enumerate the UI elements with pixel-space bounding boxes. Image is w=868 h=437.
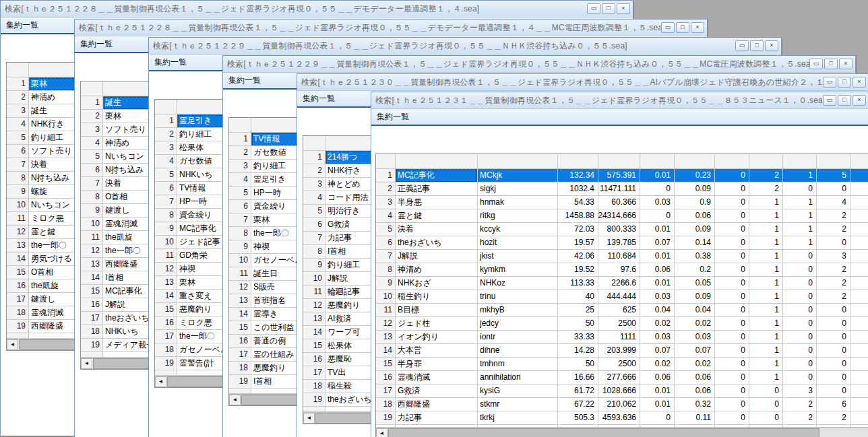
cell-value[interactable]: 0 (640, 209, 675, 223)
row-number[interactable]: 10 (376, 290, 396, 304)
row-number[interactable]: 3 (303, 178, 326, 191)
row-number[interactable]: 3 (155, 141, 177, 155)
cell-value[interactable]: 0 (817, 304, 850, 317)
cell-value[interactable]: 60.366 (598, 196, 640, 209)
row-number[interactable]: 2 (7, 91, 29, 104)
cell-japanese[interactable]: 半身悪 (396, 196, 478, 209)
cell-value[interactable]: 1032.4 (558, 182, 598, 196)
cell-value[interactable]: 0 (817, 331, 850, 344)
cell-value[interactable]: 444.444 (598, 290, 640, 304)
cell-english[interactable]: kysiG (478, 384, 558, 398)
cell-value[interactable]: 0 (715, 384, 749, 398)
cell-value[interactable]: 54.33 (558, 196, 598, 209)
cell-value[interactable]: 0 (783, 371, 817, 384)
row-number[interactable]: 13 (303, 312, 326, 326)
cell-japanese[interactable]: J解説 (396, 250, 478, 263)
row-number[interactable]: 1 (81, 96, 103, 110)
cell-value[interactable]: 1028.666 (598, 384, 640, 398)
cell-value[interactable]: 4 (817, 196, 850, 209)
cell-value[interactable]: 0.01 (640, 384, 675, 398)
row-number[interactable]: 15 (7, 266, 29, 279)
cell-value[interactable]: 110.684 (598, 250, 640, 263)
row-number[interactable]: 4 (229, 173, 251, 187)
row-number[interactable]: 13 (81, 258, 103, 271)
cell-value[interactable]: 1 (749, 223, 783, 236)
scroll-left-button[interactable]: ◄ (229, 395, 241, 405)
cell-japanese[interactable]: MC記事化 (396, 169, 478, 182)
row-number[interactable]: 7 (81, 177, 103, 191)
row-number[interactable]: 16 (376, 371, 396, 384)
row-number[interactable]: 18 (303, 380, 326, 393)
row-number[interactable]: 9 (303, 259, 326, 272)
cell-value[interactable] (850, 196, 868, 209)
row-number[interactable]: 11 (81, 231, 103, 244)
cell-japanese[interactable]: ジェド柱 (396, 317, 478, 331)
row-number[interactable]: 19 (81, 339, 103, 352)
cell-value[interactable]: 1 (783, 169, 817, 182)
scroll-left-button[interactable]: ◄ (7, 339, 18, 350)
row-number[interactable]: 5 (81, 150, 103, 164)
cell-value[interactable]: 72.03 (558, 223, 598, 236)
cell-value[interactable]: 2 (817, 411, 850, 425)
row-number[interactable]: 2 (155, 128, 177, 141)
cell-value[interactable]: 1 (783, 209, 817, 223)
row-number[interactable]: 10 (303, 272, 326, 285)
row-number[interactable]: 1 (303, 151, 326, 164)
row-number[interactable]: 6 (155, 182, 177, 195)
row-number[interactable]: 9 (229, 240, 251, 254)
row-number[interactable]: 12 (376, 317, 396, 331)
cell-value[interactable]: 0.03 (675, 331, 715, 344)
scroll-left-button[interactable]: ◄ (155, 376, 166, 387)
cell-value[interactable]: 113.33 (558, 277, 598, 290)
row-number[interactable]: 16 (7, 279, 29, 293)
maximize-button[interactable]: □ (750, 40, 764, 51)
cell-value[interactable]: 11471.111 (598, 182, 640, 196)
cell-value[interactable]: 50 (558, 317, 598, 331)
row-number[interactable]: 12 (7, 226, 29, 239)
cell-value[interactable]: 1 (749, 263, 783, 277)
cell-value[interactable] (850, 250, 868, 263)
cell-value[interactable]: 0.02 (640, 358, 675, 371)
cell-value[interactable]: 0.03 (640, 290, 675, 304)
row-number[interactable]: 17 (7, 293, 29, 306)
cell-value[interactable]: 0 (749, 384, 783, 398)
cell-value[interactable]: 0.04 (675, 304, 715, 317)
cell-value[interactable]: 2 (783, 411, 817, 425)
cell-english[interactable]: iontr (478, 331, 558, 344)
row-number[interactable]: 14 (7, 253, 29, 266)
cell-value[interactable]: 2 (783, 398, 817, 411)
row-number[interactable]: 4 (155, 155, 177, 168)
cell-japanese[interactable]: 正義記事 (396, 182, 478, 196)
cell-value[interactable]: 1 (749, 358, 783, 371)
cell-value[interactable]: 4593.636 (598, 411, 640, 425)
cell-english[interactable]: ritkg (478, 209, 558, 223)
cell-value[interactable]: 0.11 (675, 411, 715, 425)
cell-value[interactable] (850, 384, 868, 398)
cell-value[interactable]: 1 (749, 209, 783, 223)
cell-value[interactable] (850, 223, 868, 236)
row-number[interactable]: 10 (81, 217, 103, 231)
cell-value[interactable]: 0.06 (675, 384, 715, 398)
cell-value[interactable]: 132.34 (558, 169, 598, 182)
minimize-button[interactable]: ▭ (661, 22, 675, 33)
cell-value[interactable]: 2 (817, 277, 850, 290)
row-number[interactable]: 1 (376, 169, 396, 182)
row-number[interactable]: 3 (229, 160, 251, 173)
cell-value[interactable]: 0.14 (675, 236, 715, 250)
cell-value[interactable]: 2 (749, 169, 783, 182)
column-header[interactable] (640, 154, 675, 169)
cell-english[interactable]: sigkj (478, 182, 558, 196)
cell-value[interactable]: 1 (749, 344, 783, 358)
cell-value[interactable]: 0.01 (640, 169, 675, 182)
cell-value[interactable]: 1 (783, 236, 817, 250)
row-number[interactable]: 10 (155, 236, 177, 249)
cell-value[interactable]: 0 (783, 290, 817, 304)
row-number[interactable]: 3 (376, 196, 396, 209)
cell-value[interactable]: 0.06 (675, 209, 715, 223)
row-number[interactable]: 14 (155, 290, 177, 303)
cell-value[interactable]: 0 (749, 411, 783, 425)
row-number[interactable]: 1 (7, 77, 29, 91)
row-number[interactable]: 15 (303, 339, 326, 353)
row-number[interactable]: 9 (376, 277, 396, 290)
cell-value[interactable]: 0.04 (640, 304, 675, 317)
